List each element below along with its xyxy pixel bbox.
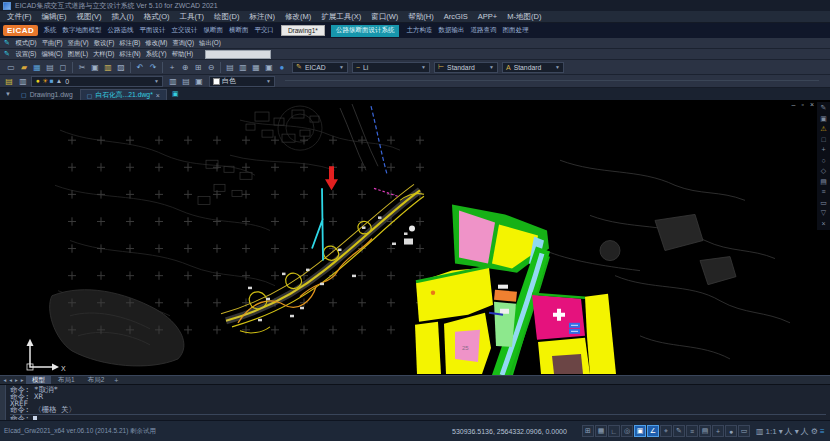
- side-box-icon[interactable]: □: [821, 136, 825, 144]
- menu-item[interactable]: 工具(T): [175, 12, 210, 22]
- design-tool-button[interactable]: 模式(D): [13, 39, 39, 48]
- model-space-icon[interactable]: ▥: [756, 427, 764, 436]
- menu-item[interactable]: 编辑(E): [37, 12, 72, 22]
- polar-icon[interactable]: ◎: [621, 425, 633, 437]
- plot-icon[interactable]: ▤: [44, 62, 56, 73]
- redo-icon[interactable]: ↷: [147, 62, 159, 73]
- design-tool-button[interactable]: 修改(M): [143, 39, 170, 48]
- eicad-menu-item[interactable]: 数据输出: [435, 26, 467, 35]
- layer-manager-icon[interactable]: ▥: [17, 76, 29, 87]
- eicad-menu-item[interactable]: 纵断面: [200, 26, 226, 35]
- zoom-previous-icon[interactable]: ⊖: [205, 62, 217, 73]
- chevron-down-icon[interactable]: ▼: [266, 78, 271, 84]
- menu-item[interactable]: 窗口(W): [366, 12, 403, 22]
- infer-constraints-icon[interactable]: ⊞: [582, 425, 594, 437]
- side-copy-icon[interactable]: ▣: [820, 115, 827, 123]
- transparency-icon[interactable]: ▤: [699, 425, 711, 437]
- annotation-add-icon[interactable]: 人: [801, 426, 809, 437]
- layer-thaw-sun-icon[interactable]: ☀: [41, 77, 49, 85]
- close-icon[interactable]: ×: [156, 92, 160, 99]
- print-preview-icon[interactable]: ◻: [57, 62, 69, 73]
- cut-icon[interactable]: ✂: [76, 62, 88, 73]
- osnap-icon[interactable]: ▣: [634, 425, 646, 437]
- design-tool-button[interactable]: 图层(L): [65, 50, 90, 59]
- side-menu-icon[interactable]: ≡: [821, 188, 825, 196]
- zoom-window-icon[interactable]: ⊞: [192, 62, 204, 73]
- chevron-down-icon[interactable]: ▼: [555, 64, 560, 70]
- eicad-menu-item[interactable]: 土方构造: [403, 26, 435, 35]
- design-tool-button[interactable]: 敷设(F): [91, 39, 117, 48]
- menu-item[interactable]: 标注(N): [245, 12, 280, 22]
- lineweight-icon[interactable]: ≡: [686, 425, 698, 437]
- eicad-menu-item[interactable]: 平面设计: [136, 26, 168, 35]
- textstyle-combo[interactable]: A Standard ▼: [502, 62, 564, 73]
- side-diamond-icon[interactable]: ◇: [821, 167, 826, 175]
- new-icon[interactable]: ▭: [5, 62, 17, 73]
- add-layout-button[interactable]: +: [111, 377, 121, 384]
- layer-combo[interactable]: ●☀■▲ 0 ▼: [31, 76, 163, 87]
- child-restore-icon[interactable]: ▫: [801, 101, 803, 109]
- eicad-menu-item[interactable]: 图面处理: [499, 26, 531, 35]
- snap-icon[interactable]: ▦: [595, 425, 607, 437]
- otrack-icon[interactable]: ∠: [647, 425, 659, 437]
- workspace-combo[interactable]: ✎ EICAD ▼: [292, 62, 348, 73]
- match-properties-icon[interactable]: ▨: [115, 62, 127, 73]
- drawing-tab-inactive[interactable]: ▢ Drawing1.dwg: [15, 89, 79, 100]
- paste-icon[interactable]: ▥: [102, 62, 114, 73]
- markup-icon[interactable]: ●: [276, 62, 288, 73]
- menu-item[interactable]: 绘图(D): [209, 12, 244, 22]
- designcenter-icon[interactable]: ▥: [237, 62, 249, 73]
- eicad-menu-item[interactable]: 横断面: [226, 26, 252, 35]
- side-move-icon[interactable]: +: [821, 146, 825, 154]
- menu-item[interactable]: 插入(I): [107, 12, 139, 22]
- 3d-osnap-icon[interactable]: ●: [725, 425, 737, 437]
- side-list-icon[interactable]: ▤: [820, 178, 827, 186]
- design-tool-button[interactable]: 设置(S): [13, 50, 39, 59]
- open-icon[interactable]: ▰: [18, 62, 30, 73]
- new-drawing-icon[interactable]: ▣: [168, 90, 183, 98]
- design-tool-button[interactable]: 平曲(P): [39, 39, 65, 48]
- chevron-down-icon[interactable]: ▼: [339, 64, 344, 70]
- side-alert-icon[interactable]: ⚠: [820, 125, 826, 133]
- copy-icon[interactable]: ▣: [89, 62, 101, 73]
- design-tool-button[interactable]: 输出(O): [197, 39, 224, 48]
- color-combo[interactable]: 白色 ▼: [209, 76, 275, 87]
- eicad-menu-item[interactable]: 道路查询: [467, 26, 499, 35]
- active-module-button[interactable]: 公路纵断面设计系统: [331, 25, 400, 37]
- quickcalc-icon[interactable]: ▣: [263, 62, 275, 73]
- layer-isolate-icon[interactable]: ▤: [180, 76, 192, 87]
- menu-item[interactable]: 修改(M): [280, 12, 316, 22]
- layer-previous-icon[interactable]: ▥: [167, 76, 179, 87]
- design-tool-button[interactable]: 查询(Q): [170, 39, 197, 48]
- design-tool-button[interactable]: 竖曲(V): [65, 39, 91, 48]
- layer-properties-icon[interactable]: ▤: [3, 76, 15, 87]
- tool-palettes-icon[interactable]: ▦: [250, 62, 262, 73]
- current-document-box[interactable]: Drawing1*: [281, 25, 325, 36]
- design-tool-button[interactable]: 大样(D): [91, 50, 117, 59]
- eicad-menu-item[interactable]: 系统: [40, 26, 59, 35]
- chevron-down-icon[interactable]: ▼: [489, 64, 494, 70]
- tab-layout1[interactable]: 布局1: [52, 376, 81, 384]
- side-down-icon[interactable]: ▽: [821, 209, 826, 217]
- eicad-menu-item[interactable]: 数字地面模型: [59, 26, 104, 35]
- side-close-icon[interactable]: ×: [821, 220, 825, 228]
- menu-item[interactable]: 格式(O): [139, 12, 175, 22]
- tab-scroll-icon[interactable]: ▼: [2, 91, 14, 97]
- drawing-canvas[interactable]: 25 X: [0, 100, 830, 375]
- menu-item[interactable]: 帮助(H): [403, 12, 438, 22]
- annotation-scale-icon[interactable]: 1:1: [766, 427, 777, 436]
- settings-icon[interactable]: ⚙: [811, 427, 818, 436]
- annotation-auto-icon[interactable]: ▾: [795, 427, 799, 436]
- layer-states-icon[interactable]: ▣: [193, 76, 205, 87]
- undo-icon[interactable]: ↶: [134, 62, 146, 73]
- design-tool-button[interactable]: 标注(N): [117, 50, 143, 59]
- design-tool-button[interactable]: 系统(Y): [143, 50, 169, 59]
- side-rect-icon[interactable]: ▭: [820, 199, 827, 207]
- menu-item[interactable]: 文件(F): [2, 12, 37, 22]
- annotation-monitor-icon[interactable]: ▭: [738, 425, 750, 437]
- ortho-icon[interactable]: ∟: [608, 425, 620, 437]
- linetype-combo[interactable]: ~ Li ▼: [352, 62, 430, 73]
- dynamic-input-icon[interactable]: ✎: [673, 425, 685, 437]
- layout-nav-arrow[interactable]: ▸: [19, 377, 25, 383]
- design-tool-button[interactable]: 帮助(H): [169, 50, 195, 59]
